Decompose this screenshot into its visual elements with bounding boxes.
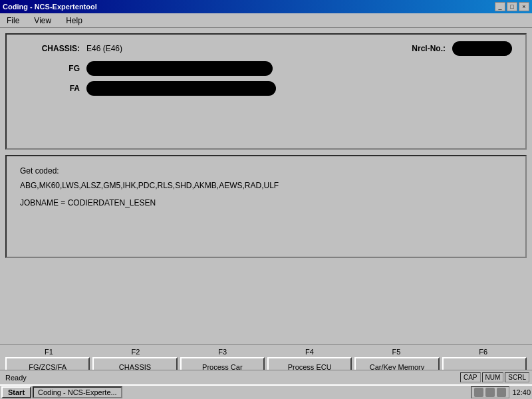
nrcl-value-redacted (452, 41, 512, 56)
nrcl-label: Nrcl-No.: (412, 44, 446, 53)
close-button[interactable]: × (519, 2, 529, 11)
start-button[interactable]: Start (1, 386, 31, 398)
menu-file[interactable]: File (3, 15, 23, 27)
taskbar-app[interactable]: Coding - NCS-Experte... (33, 386, 122, 398)
taskbar-right: 12:40 (471, 386, 531, 398)
chassis-value: E46 (E46) (86, 44, 122, 53)
chassis-label: CHASSIS: (20, 44, 80, 53)
coded-title: Get coded: (20, 166, 512, 176)
jobname: JOBNAME = CODIERDATEN_LESEN (20, 198, 512, 207)
tray-icon-2 (485, 388, 495, 397)
window-title: Coding - NCS-Expertentool (3, 3, 97, 11)
fa-row: FA (20, 81, 512, 96)
status-bar: Ready CAP NUM SCRL (0, 370, 532, 384)
fn-label-4: F4 (266, 348, 353, 356)
maximize-button[interactable]: □ (507, 2, 517, 11)
info-panel: CHASSIS: E46 (E46) Nrcl-No.: FG FA (5, 33, 527, 150)
menu-view[interactable]: View (30, 15, 55, 27)
fn-label-2: F2 (92, 348, 180, 356)
fg-value-redacted (86, 61, 273, 76)
status-indicators: CAP NUM SCRL (460, 372, 529, 382)
cap-indicator: CAP (460, 372, 481, 382)
menu-help[interactable]: Help (62, 15, 86, 27)
fa-value-redacted (86, 81, 276, 96)
window-controls[interactable]: _ □ × (495, 2, 529, 11)
coded-modules: ABG,MK60,LWS,ALSZ,GM5,IHK,PDC,RLS,SHD,AK… (20, 181, 512, 190)
main-content: CHASSIS: E46 (E46) Nrcl-No.: FG FA Get c… (0, 28, 532, 344)
chassis-row: CHASSIS: E46 (E46) Nrcl-No.: (20, 41, 512, 56)
taskbar: Start Coding - NCS-Experte... 12:40 (0, 384, 532, 399)
tray-icon-3 (497, 388, 506, 397)
coded-panel: Get coded: ABG,MK60,LWS,ALSZ,GM5,IHK,PDC… (5, 155, 527, 258)
fn-labels-row: F1 F2 F3 F4 F5 F6 (5, 348, 527, 356)
title-bar: Coding - NCS-Expertentool _ □ × (0, 0, 532, 13)
status-text: Ready (3, 374, 459, 382)
fn-label-5: F5 (353, 348, 440, 356)
sys-tray (471, 386, 509, 398)
fn-label-1: F1 (5, 348, 92, 356)
tray-icon-1 (474, 388, 483, 397)
clock: 12:40 (512, 388, 531, 396)
menu-bar: File View Help (0, 13, 532, 28)
scrl-indicator: SCRL (505, 372, 529, 382)
fg-label: FG (20, 64, 80, 73)
fn-label-6: F6 (440, 348, 527, 356)
fg-row: FG (20, 61, 512, 76)
num-indicator: NUM (482, 372, 504, 382)
minimize-button[interactable]: _ (495, 2, 505, 11)
fa-label: FA (20, 84, 80, 93)
fn-label-3: F3 (179, 348, 266, 356)
